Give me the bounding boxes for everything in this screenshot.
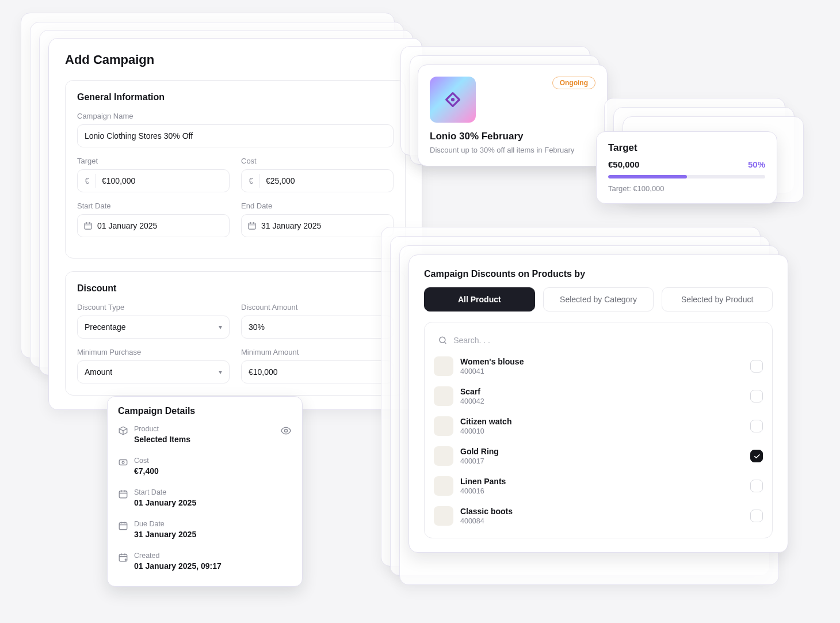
campaign-name-value: Lonio Clothing Stores 30% Off: [85, 131, 193, 140]
campaign-image: [430, 77, 476, 123]
product-sku: 400010: [460, 427, 511, 435]
search-icon: [438, 335, 448, 345]
svg-point-3: [440, 337, 445, 343]
min-purchase-label: Minimum Purchase: [77, 348, 230, 356]
end-date-input[interactable]: 31 January 2025: [241, 214, 394, 237]
product-sku: 400017: [460, 457, 499, 465]
details-due-value: 31 January 2025: [134, 530, 196, 539]
product-name: Linen Pants: [460, 477, 506, 486]
min-amount-label: Minimum Amount: [241, 348, 394, 356]
start-date-label: Start Date: [77, 202, 230, 210]
product-row[interactable]: Women's blouse 400041: [432, 351, 765, 381]
start-date-value: 01 January 2025: [97, 221, 157, 230]
discount-amount-value: 30%: [249, 322, 265, 332]
product-checkbox[interactable]: [750, 450, 763, 462]
product-thumbnail: [434, 386, 453, 406]
start-date-input[interactable]: 01 January 2025: [77, 214, 230, 237]
cost-input[interactable]: € €25,000: [241, 169, 394, 192]
target-card: Target €50,000 50% Target: €100,000: [596, 131, 777, 204]
product-name: Classic boots: [460, 507, 513, 516]
general-section-title: General Information: [77, 92, 394, 102]
details-start-label: Start Date: [134, 488, 196, 496]
discount-amount-input[interactable]: 30%: [241, 316, 394, 339]
target-label: Target: [77, 157, 230, 165]
progress-bar: [608, 175, 765, 178]
product-name: Gold Ring: [460, 447, 499, 456]
svg-point-4: [285, 430, 288, 432]
campaign-details-popover: Campaign Details Product Selected Items …: [107, 396, 303, 587]
details-start-value: 01 January 2025: [134, 498, 196, 507]
products-card-title: Campaign Discounts on Products by: [424, 269, 773, 279]
product-checkbox[interactable]: [750, 420, 763, 432]
target-percent: 50%: [748, 159, 765, 169]
view-button[interactable]: [280, 425, 292, 436]
product-name: Citizen watch: [460, 417, 511, 426]
details-created-label: Created: [134, 552, 222, 560]
product-row[interactable]: Citizen watch 400010: [432, 411, 765, 441]
details-product-value: Selected Items: [134, 435, 274, 444]
cost-label: Cost: [241, 157, 394, 165]
details-product-label: Product: [134, 425, 274, 433]
target-title: Target: [608, 142, 765, 154]
target-value: €100,000: [102, 176, 135, 185]
product-checkbox[interactable]: [750, 360, 763, 373]
campaign-name-label: Campaign Name: [77, 112, 394, 120]
discount-amount-label: Discount Amount: [241, 303, 394, 312]
tab-by-category[interactable]: Selected by Category: [543, 287, 654, 312]
campaign-name-input[interactable]: Lonio Clothing Stores 30% Off: [77, 124, 394, 147]
product-row[interactable]: Scarf 400042: [432, 381, 765, 411]
eye-icon: [280, 425, 292, 436]
details-created-value: 01 January 2025, 09:17: [134, 561, 222, 571]
calendar-created-icon: [118, 552, 128, 563]
product-sku: 400041: [460, 367, 524, 375]
product-checkbox[interactable]: [750, 510, 763, 522]
svg-rect-8: [119, 523, 127, 530]
min-purchase-select[interactable]: Amount ▾: [77, 360, 230, 383]
product-checkbox[interactable]: [750, 480, 763, 492]
product-search-input[interactable]: [453, 336, 759, 345]
product-sku: 400042: [460, 397, 484, 405]
product-thumbnail: [434, 416, 453, 436]
cost-value: €25,000: [266, 176, 295, 185]
target-current: €50,000: [608, 159, 639, 169]
product-thumbnail: [434, 506, 453, 526]
product-checkbox[interactable]: [750, 390, 763, 402]
campaign-preview-card: Ongoing Lonio 30% February Discount up t…: [418, 64, 608, 166]
product-search[interactable]: [432, 329, 765, 351]
campaign-details-title: Campaign Details: [118, 406, 195, 416]
product-row[interactable]: Classic boots 400084: [432, 501, 765, 531]
product-thumbnail: [434, 446, 453, 466]
package-icon: [118, 426, 128, 436]
end-date-value: 31 January 2025: [261, 221, 321, 230]
product-thumbnail: [434, 476, 453, 496]
discount-type-select[interactable]: Precentage ▾: [77, 316, 230, 339]
product-name: Scarf: [460, 387, 484, 396]
svg-point-6: [122, 461, 124, 464]
product-thumbnail: [434, 356, 453, 376]
svg-rect-7: [119, 491, 127, 498]
svg-rect-1: [249, 223, 255, 229]
min-amount-input[interactable]: €10,000: [241, 360, 394, 383]
calendar-icon: [247, 221, 257, 230]
product-sku: 400016: [460, 487, 506, 495]
cost-icon: [118, 457, 128, 468]
target-goal: Target: €100,000: [608, 184, 765, 193]
general-info-section: General Information Campaign Name Lonio …: [65, 80, 406, 259]
details-due-label: Due Date: [134, 520, 196, 528]
discount-type-value: Precentage: [85, 322, 126, 332]
chevron-down-icon: ▾: [219, 323, 222, 331]
svg-point-2: [451, 98, 455, 101]
tab-by-product[interactable]: Selected by Product: [662, 287, 773, 312]
product-row[interactable]: Gold Ring 400017: [432, 441, 765, 471]
svg-rect-0: [85, 223, 91, 229]
product-row[interactable]: Linen Pants 400016: [432, 471, 765, 501]
campaign-preview-title: Lonio 30% February: [430, 131, 595, 142]
euro-icon: €: [247, 174, 260, 188]
details-cost-value: €7,400: [134, 466, 159, 476]
campaign-preview-subtitle: Discount up to 30% off all items in Febr…: [430, 146, 595, 154]
discount-section-title: Discount: [77, 283, 394, 294]
chevron-down-icon: ▾: [219, 368, 222, 376]
target-input[interactable]: € €100,000: [77, 169, 230, 192]
euro-icon: €: [83, 174, 96, 188]
tab-all-product[interactable]: All Product: [424, 287, 535, 312]
